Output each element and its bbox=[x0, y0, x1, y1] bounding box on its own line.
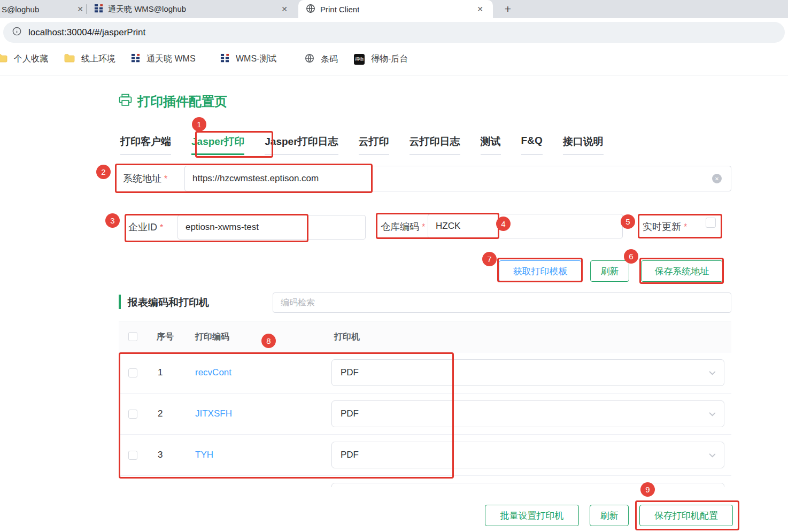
table-row: 3 TYH PDF bbox=[119, 435, 731, 476]
browser-toolbar: localhost:30004/#/jasperPrint bbox=[0, 18, 788, 46]
section-title: 报表编码和打印机 bbox=[128, 296, 209, 310]
tab-cloud-print-log[interactable]: 云打印日志 bbox=[410, 135, 460, 155]
printer-select[interactable]: PDF bbox=[331, 442, 724, 468]
realtime-update-checkbox[interactable] bbox=[706, 218, 716, 228]
required-mark: * bbox=[684, 222, 687, 232]
bookmark-personal-favorites[interactable]: 个人收藏 bbox=[0, 53, 48, 65]
bookmark-online-env[interactable]: 线上环境 bbox=[64, 53, 115, 65]
page-tab-bar: 打印客户端 Jasper打印 Jasper打印日志 云打印 云打印日志 测试 F… bbox=[120, 135, 604, 155]
tab-title: S@loghub bbox=[2, 5, 39, 14]
page-title: 打印插件配置页 bbox=[119, 93, 227, 110]
browser-tab-wms-loghub[interactable]: S@loghub ✕ bbox=[0, 0, 86, 18]
tab-faq[interactable]: F&Q bbox=[521, 135, 543, 155]
printer-table: 序号 打印编码 打印机 1 recvCont PDF 2 JITXSFH PDF… bbox=[119, 321, 731, 487]
realtime-update-label: 实时更新* bbox=[643, 220, 687, 233]
column-header-printer: 打印机 bbox=[334, 331, 360, 343]
bookmark-label: 条码 bbox=[321, 54, 338, 65]
printer-select[interactable]: PDF bbox=[331, 359, 724, 386]
refresh-button-bottom[interactable]: 刷新 bbox=[590, 505, 629, 526]
required-mark: * bbox=[422, 222, 425, 232]
system-address-input[interactable] bbox=[184, 166, 731, 191]
annotation-badge-5: 5 bbox=[621, 214, 635, 229]
dewu-icon: 得物 bbox=[354, 54, 365, 65]
chevron-down-icon bbox=[708, 410, 716, 421]
close-icon[interactable]: ✕ bbox=[75, 4, 86, 14]
printer-icon bbox=[119, 94, 132, 110]
warehouse-code-input[interactable] bbox=[428, 214, 623, 238]
wms-logo-icon bbox=[220, 53, 229, 65]
row-checkbox[interactable] bbox=[128, 368, 137, 377]
chevron-down-icon bbox=[708, 369, 716, 380]
close-icon[interactable]: ✕ bbox=[475, 4, 485, 14]
folder-icon bbox=[0, 53, 7, 65]
printer-select[interactable] bbox=[331, 483, 724, 487]
page-title-text: 打印插件配置页 bbox=[137, 93, 227, 110]
row-index: 3 bbox=[158, 450, 163, 460]
tab-cloud-print[interactable]: 云打印 bbox=[359, 135, 389, 155]
info-icon[interactable] bbox=[12, 27, 21, 38]
wms-logo-icon bbox=[131, 53, 140, 65]
tab-api-doc[interactable]: 接口说明 bbox=[563, 135, 604, 155]
clear-icon[interactable]: ✕ bbox=[712, 174, 722, 183]
address-bar[interactable]: localhost:30004/#/jasperPrint bbox=[3, 22, 785, 43]
bookmark-dewu-admin[interactable]: 得物 得物-后台 bbox=[354, 53, 408, 65]
close-icon[interactable]: ✕ bbox=[279, 4, 290, 14]
bookmark-barcode[interactable]: 条码 bbox=[305, 53, 338, 65]
globe-icon bbox=[305, 53, 314, 65]
wms-logo-icon bbox=[94, 4, 103, 14]
printer-select-value: PDF bbox=[341, 408, 359, 419]
row-index: 1 bbox=[158, 367, 163, 378]
chevron-down-icon bbox=[708, 451, 716, 462]
printer-select[interactable]: PDF bbox=[331, 400, 724, 427]
code-search-input[interactable] bbox=[273, 292, 731, 313]
row-checkbox[interactable] bbox=[128, 410, 137, 419]
save-printer-config-button[interactable]: 保存打印机配置 bbox=[639, 505, 733, 526]
tab-jasper-print-log[interactable]: Jasper打印日志 bbox=[265, 135, 338, 155]
tab-print-client[interactable]: 打印客户端 bbox=[120, 135, 171, 155]
refresh-button-top[interactable]: 刷新 bbox=[590, 260, 629, 282]
browser-tab-strip: S@loghub ✕ 通天晓 WMS@loghub ✕ Print Client… bbox=[0, 0, 788, 18]
bookmark-ttx-wms[interactable]: 通天晓 WMS bbox=[131, 53, 196, 65]
column-header-index: 序号 bbox=[157, 331, 174, 343]
bookmark-wms-test[interactable]: WMS-测试 bbox=[220, 53, 276, 65]
print-code-link[interactable]: JITXSFH bbox=[195, 408, 232, 419]
tab-divider bbox=[86, 4, 87, 14]
bookmark-label: 得物-后台 bbox=[371, 53, 408, 65]
printer-select-value: PDF bbox=[341, 450, 359, 460]
column-header-code: 打印编码 bbox=[195, 331, 229, 343]
bookmark-label: 通天晓 WMS bbox=[146, 53, 196, 65]
table-header: 序号 打印编码 打印机 bbox=[119, 321, 731, 352]
annotation-badge-2: 2 bbox=[96, 165, 111, 179]
printer-select-value: PDF bbox=[341, 367, 359, 378]
bookmark-label: 个人收藏 bbox=[14, 53, 48, 65]
system-address-label: 系统地址* bbox=[123, 172, 167, 185]
warehouse-code-label: 仓库编码* bbox=[381, 220, 425, 233]
browser-tab-ttx-wms[interactable]: 通天晓 WMS@loghub ✕ bbox=[89, 0, 295, 18]
batch-set-printer-button[interactable]: 批量设置打印机 bbox=[485, 505, 579, 526]
row-index: 2 bbox=[158, 408, 163, 419]
browser-tab-print-client[interactable]: Print Client ✕ bbox=[298, 0, 493, 18]
new-tab-button[interactable]: + bbox=[500, 2, 515, 17]
annotation-badge-7: 7 bbox=[482, 252, 497, 266]
tab-title: Print Client bbox=[320, 5, 359, 14]
tab-jasper-print[interactable]: Jasper打印 bbox=[191, 135, 244, 155]
row-checkbox[interactable] bbox=[128, 451, 137, 460]
table-row-partial bbox=[119, 476, 731, 487]
print-code-link[interactable]: recvCont bbox=[195, 367, 231, 378]
get-print-templates-button[interactable]: 获取打印模板 bbox=[499, 260, 582, 282]
table-row: 2 JITXSFH PDF bbox=[119, 394, 731, 435]
print-code-link[interactable]: TYH bbox=[195, 450, 213, 460]
bookmarks-bar: 个人收藏 线上环境 通天晓 WMS WMS-测试 条码 得物 得物-后台 bbox=[0, 46, 788, 75]
url-text: localhost:30004/#/jasperPrint bbox=[28, 27, 145, 38]
required-mark: * bbox=[164, 174, 167, 183]
tab-test[interactable]: 测试 bbox=[481, 135, 501, 155]
save-system-address-button[interactable]: 保存系统地址 bbox=[641, 260, 723, 282]
table-row: 1 recvCont PDF bbox=[119, 352, 731, 394]
company-id-input[interactable] bbox=[177, 215, 366, 240]
globe-icon bbox=[306, 4, 315, 15]
annotation-badge-1: 1 bbox=[192, 117, 206, 132]
section-accent-bar bbox=[119, 295, 121, 309]
bookmark-label: 线上环境 bbox=[81, 53, 115, 65]
select-all-checkbox[interactable] bbox=[128, 332, 137, 341]
folder-icon bbox=[64, 53, 75, 65]
